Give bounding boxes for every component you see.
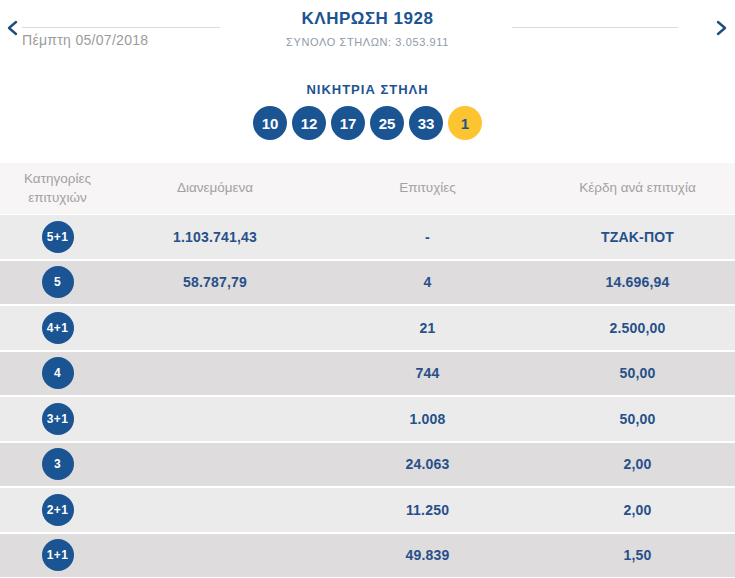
prize-per-win: 1,50: [540, 534, 735, 578]
column-header-categories: Κατηγορίες επιτυχιών: [0, 163, 115, 214]
column-header-prize: Κέρδη ανά επιτυχία: [540, 163, 735, 214]
category-badge: 4+1: [42, 312, 74, 344]
joker-draw-results-page: Πέμπτη 05/07/2018 ΚΛΗΡΩΣΗ 1928 ΣΥΝΟΛΟ ΣΤ…: [0, 0, 735, 578]
wins-count: 49.839: [315, 534, 540, 578]
category-badge: 4: [42, 357, 74, 389]
category-badge: 5: [42, 266, 74, 298]
result-row: 5+11.103.741,43-ΤΖΑΚ-ΠΟΤ: [0, 215, 735, 259]
category-cell: 5+1: [0, 215, 115, 259]
wins-count: -: [315, 215, 540, 259]
results-table: Κατηγορίες επιτυχιών Διανεμόμενα Επιτυχί…: [0, 163, 735, 577]
winning-column-heading: ΝΙΚΗΤΡΙΑ ΣΤΗΛΗ: [0, 82, 735, 97]
column-header-wins: Επιτυχίες: [315, 163, 540, 214]
result-row: 2+111.2502,00: [0, 488, 735, 532]
prize-per-win: 14.696,94: [540, 261, 735, 305]
wins-count: 4: [315, 261, 540, 305]
category-badge: 3: [42, 448, 74, 480]
result-row: 3+11.00850,00: [0, 397, 735, 441]
distributed-amount: [115, 397, 315, 441]
category-badge: 5+1: [42, 221, 74, 253]
winning-number-ball: 25: [370, 106, 404, 140]
prize-per-win: 50,00: [540, 397, 735, 441]
divider-line-right: [512, 27, 678, 28]
category-cell: 2+1: [0, 488, 115, 532]
distributed-amount: [115, 306, 315, 350]
category-badge: 1+1: [42, 539, 74, 571]
wins-count: 21: [315, 306, 540, 350]
result-row: 324.0632,00: [0, 443, 735, 487]
winning-number-ball: 17: [331, 106, 365, 140]
total-columns-label: ΣΥΝΟΛΟ ΣΤΗΛΩΝ: 3.053.911: [0, 36, 735, 48]
prize-per-win: 50,00: [540, 352, 735, 396]
wins-count: 1.008: [315, 397, 540, 441]
wins-count: 24.063: [315, 443, 540, 487]
distributed-amount: 58.787,79: [115, 261, 315, 305]
distributed-amount: [115, 488, 315, 532]
distributed-amount: [115, 352, 315, 396]
winning-number-ball: 12: [292, 106, 326, 140]
winning-number-ball: 10: [253, 106, 287, 140]
prize-per-win: 2.500,00: [540, 306, 735, 350]
result-row: 558.787,79414.696,94: [0, 261, 735, 305]
column-header-distributed: Διανεμόμενα: [115, 163, 315, 214]
prize-per-win: 2,00: [540, 488, 735, 532]
wins-count: 744: [315, 352, 540, 396]
category-cell: 1+1: [0, 534, 115, 578]
winning-column-section: ΝΙΚΗΤΡΙΑ ΣΤΗΛΗ 10121725331: [0, 82, 735, 140]
category-cell: 3+1: [0, 397, 115, 441]
prize-per-win: ΤΖΑΚ-ΠΟΤ: [540, 215, 735, 259]
draw-title: ΚΛΗΡΩΣΗ 1928: [0, 9, 735, 29]
draw-title-block: ΚΛΗΡΩΣΗ 1928 ΣΥΝΟΛΟ ΣΤΗΛΩΝ: 3.053.911: [0, 9, 735, 48]
results-table-header: Κατηγορίες επιτυχιών Διανεμόμενα Επιτυχί…: [0, 163, 735, 214]
chevron-right-icon[interactable]: [714, 20, 728, 36]
distributed-amount: 1.103.741,43: [115, 215, 315, 259]
results-table-body: 5+11.103.741,43-ΤΖΑΚ-ΠΟΤ558.787,79414.69…: [0, 215, 735, 577]
result-row: 1+149.8391,50: [0, 534, 735, 578]
category-cell: 3: [0, 443, 115, 487]
result-row: 4+1212.500,00: [0, 306, 735, 350]
wins-count: 11.250: [315, 488, 540, 532]
distributed-amount: [115, 443, 315, 487]
prize-per-win: 2,00: [540, 443, 735, 487]
result-row: 474450,00: [0, 352, 735, 396]
category-cell: 5: [0, 261, 115, 305]
draw-header: Πέμπτη 05/07/2018 ΚΛΗΡΩΣΗ 1928 ΣΥΝΟΛΟ ΣΤ…: [0, 0, 735, 60]
category-badge: 3+1: [42, 403, 74, 435]
winning-numbers: 10121725331: [0, 106, 735, 140]
category-badge: 2+1: [42, 494, 74, 526]
joker-bonus-ball: 1: [448, 106, 482, 140]
distributed-amount: [115, 534, 315, 578]
winning-number-ball: 33: [409, 106, 443, 140]
category-cell: 4: [0, 352, 115, 396]
category-cell: 4+1: [0, 306, 115, 350]
